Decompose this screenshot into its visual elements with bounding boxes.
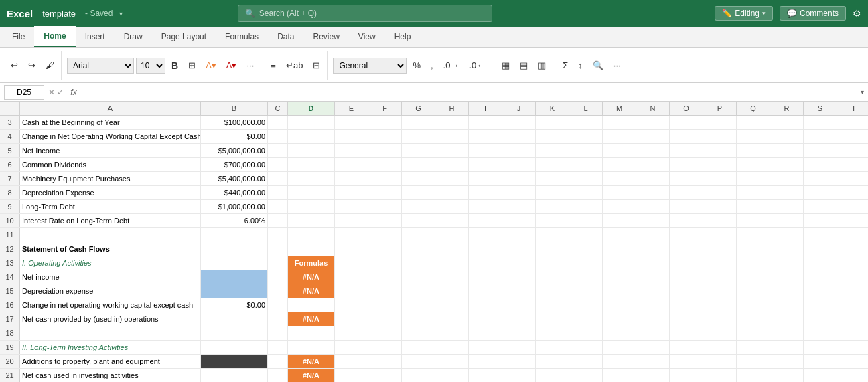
col-header-i[interactable]: I: [469, 102, 502, 115]
cell-extra-14-7[interactable]: [770, 270, 804, 284]
align-button[interactable]: ≡: [267, 56, 280, 76]
cell-extra-18-1[interactable]: [569, 326, 603, 340]
cell-g-21[interactable]: [402, 369, 435, 382]
cell-b-20[interactable]: [201, 355, 268, 368]
cell-e-17[interactable]: [335, 312, 368, 326]
cell-i-11[interactable]: [469, 228, 502, 242]
tab-draw[interactable]: Draw: [115, 26, 152, 47]
cell-extra-6-4[interactable]: [670, 158, 703, 171]
cell-j-8[interactable]: [502, 186, 536, 199]
cell-j-6[interactable]: [502, 158, 536, 171]
overflow-button[interactable]: ···: [609, 56, 625, 76]
cell-extra-3-2[interactable]: [603, 116, 636, 129]
col-header-h[interactable]: H: [435, 102, 469, 115]
cell-extra-14-8[interactable]: [804, 270, 837, 284]
cell-e-15[interactable]: [335, 284, 368, 298]
cell-i-7[interactable]: [469, 172, 502, 185]
formula-input[interactable]: [82, 88, 858, 97]
cell-extra-15-8[interactable]: [804, 284, 837, 298]
cell-b-10[interactable]: 6.00%: [201, 214, 268, 227]
cell-g-3[interactable]: [402, 116, 435, 129]
cell-extra-12-5[interactable]: [703, 242, 737, 256]
cell-extra-16-1[interactable]: [569, 298, 603, 312]
cell-c-8[interactable]: [268, 186, 288, 199]
cell-extra-9-3[interactable]: [636, 200, 670, 213]
cell-e-19[interactable]: [335, 341, 368, 354]
cell-extra-10-8[interactable]: [804, 214, 837, 227]
cell-c-5[interactable]: [268, 144, 288, 157]
tab-help[interactable]: Help: [385, 26, 421, 47]
cell-e-21[interactable]: [335, 369, 368, 382]
cell-b-11[interactable]: [201, 228, 268, 242]
cell-extra-11-5[interactable]: [703, 228, 737, 242]
cell-a-11[interactable]: [20, 228, 201, 242]
cell-g-18[interactable]: [402, 326, 435, 340]
cell-extra-17-8[interactable]: [804, 312, 837, 326]
cell-e-6[interactable]: [335, 158, 368, 171]
cell-h-8[interactable]: [435, 186, 469, 199]
cell-d-15[interactable]: #N/A: [288, 284, 335, 298]
cell-h-7[interactable]: [435, 172, 469, 185]
cell-c-11[interactable]: [268, 228, 288, 242]
cell-extra-13-7[interactable]: [770, 256, 804, 270]
cell-i-9[interactable]: [469, 200, 502, 213]
cell-h-3[interactable]: [435, 116, 469, 129]
cell-extra-15-9[interactable]: [837, 284, 868, 298]
cell-extra-14-0[interactable]: [536, 270, 569, 284]
cell-j-20[interactable]: [502, 355, 536, 368]
cell-e-4[interactable]: [335, 130, 368, 143]
cell-extra-7-8[interactable]: [804, 172, 837, 185]
cell-j-7[interactable]: [502, 172, 536, 185]
cell-j-19[interactable]: [502, 341, 536, 354]
cell-extra-3-7[interactable]: [770, 116, 804, 129]
cell-e-13[interactable]: [335, 256, 368, 270]
col-header-q[interactable]: Q: [737, 102, 770, 115]
cell-extra-10-9[interactable]: [837, 214, 868, 227]
cell-extra-4-5[interactable]: [703, 130, 737, 143]
cell-extra-4-6[interactable]: [737, 130, 770, 143]
cell-extra-8-7[interactable]: [770, 186, 804, 199]
cell-extra-12-9[interactable]: [837, 242, 868, 256]
formula-chevron-icon[interactable]: ▾: [861, 88, 864, 96]
cell-g-12[interactable]: [402, 242, 435, 256]
cell-extra-16-3[interactable]: [636, 298, 670, 312]
cell-extra-19-4[interactable]: [670, 341, 703, 354]
cell-extra-12-1[interactable]: [569, 242, 603, 256]
font-color-button[interactable]: A▾: [222, 56, 241, 76]
cell-d-5[interactable]: [288, 144, 335, 157]
cell-extra-20-2[interactable]: [603, 355, 636, 368]
tab-home[interactable]: Home: [34, 26, 75, 47]
col-header-b[interactable]: B: [201, 102, 268, 115]
cell-extra-5-6[interactable]: [737, 144, 770, 157]
cell-extra-10-2[interactable]: [603, 214, 636, 227]
cell-g-6[interactable]: [402, 158, 435, 171]
cell-extra-7-6[interactable]: [737, 172, 770, 185]
cell-g-5[interactable]: [402, 144, 435, 157]
cell-a-3[interactable]: Cash at the Beginning of Year: [20, 116, 201, 129]
cell-extra-14-6[interactable]: [737, 270, 770, 284]
cell-extra-3-0[interactable]: [536, 116, 569, 129]
cell-extra-12-3[interactable]: [636, 242, 670, 256]
cell-extra-21-8[interactable]: [804, 369, 837, 382]
cell-d-18[interactable]: [288, 326, 335, 340]
cell-extra-15-0[interactable]: [536, 284, 569, 298]
cell-extra-14-2[interactable]: [603, 270, 636, 284]
cell-h-18[interactable]: [435, 326, 469, 340]
search-bar[interactable]: 🔍 Search (Alt + Q): [238, 5, 492, 22]
cell-c-17[interactable]: [268, 312, 288, 326]
cell-i-8[interactable]: [469, 186, 502, 199]
cell-extra-9-4[interactable]: [670, 200, 703, 213]
cell-extra-8-9[interactable]: [837, 186, 868, 199]
cell-extra-15-1[interactable]: [569, 284, 603, 298]
cell-i-17[interactable]: [469, 312, 502, 326]
cell-extra-19-8[interactable]: [804, 341, 837, 354]
col-header-a[interactable]: A: [20, 102, 201, 115]
tab-file[interactable]: File: [3, 26, 34, 47]
cell-extra-10-5[interactable]: [703, 214, 737, 227]
cell-extra-8-8[interactable]: [804, 186, 837, 199]
cell-extra-15-2[interactable]: [603, 284, 636, 298]
cell-i-13[interactable]: [469, 256, 502, 270]
cell-extra-5-4[interactable]: [670, 144, 703, 157]
cell-b-5[interactable]: $5,000,000.00: [201, 144, 268, 157]
cell-c-14[interactable]: [268, 270, 288, 284]
